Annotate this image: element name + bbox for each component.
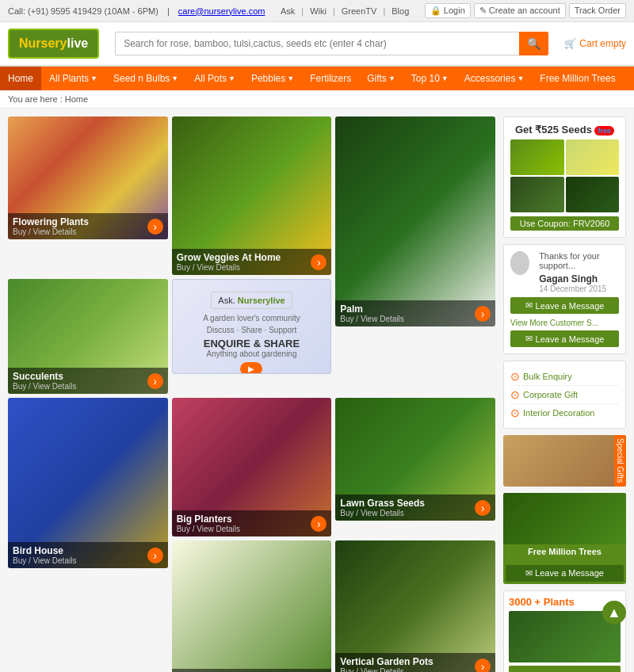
nav-seed-bulbs[interactable]: Seed n Bulbs ▼	[105, 67, 186, 90]
card-lawnglass-btn[interactable]: ›	[475, 500, 491, 516]
search-button[interactable]: 🔍	[519, 32, 548, 55]
nav-all-plants[interactable]: All Plants ▼	[41, 67, 105, 90]
card-vertical[interactable]: Vertical Garden Pots Buy / View Details …	[335, 540, 495, 672]
leave-message-btn[interactable]: ✉ Leave a Message	[510, 297, 619, 314]
enquire-logo: Ask. Nurserylive	[211, 292, 292, 309]
top-links: Ask | Wiki | GreenTV | Blog	[281, 6, 409, 16]
special-gifts-img	[503, 435, 626, 487]
view-more-customers[interactable]: View More Customer S...	[510, 319, 619, 327]
promo-title: Get ₹525 Seeds free	[510, 124, 619, 136]
card-sansveria[interactable]: Sansveria Buy / View Details ›	[172, 540, 332, 672]
sidebar-free-trees[interactable]: Free Million Trees ✉ Leave a Message	[503, 493, 626, 584]
sidebar: Get ₹525 Seeds free Use Coupon: FRV2060 …	[503, 116, 626, 672]
create-account-button[interactable]: ✎ Create an account	[474, 3, 566, 18]
wiki-link[interactable]: Wiki	[310, 6, 327, 16]
product-grid: Flowering Plants Buy / View Details › Gr…	[8, 116, 495, 672]
card-bigplanters-label: Big Planters Buy / View Details	[172, 510, 332, 536]
promo-img-4	[566, 177, 620, 212]
bulk-enquiry-link[interactable]: ⊙ Bulk Enquiry	[510, 368, 619, 386]
email-link[interactable]: care@nurserylive.com	[178, 6, 265, 16]
coupon-label: Use Coupon: FRV2060	[520, 219, 610, 228]
card-lawnglass-label: Lawn Grass Seeds Buy / View Details	[335, 494, 495, 521]
breadcrumb-prefix: You are here :	[8, 94, 65, 104]
sidebar-links: ⊙ Bulk Enquiry ⊙ Corporate Gift ⊙ Interi…	[503, 361, 626, 429]
card-palm-title: Palm	[340, 304, 491, 315]
top-bar-buttons: 🔒 Login ✎ Create an account Track Order	[425, 3, 626, 18]
blog-link[interactable]: Blog	[391, 6, 409, 16]
top-bar: Call: (+91) 9595 419429 (10AM - 6PM) | c…	[0, 0, 634, 22]
buy-details-btn[interactable]: BUY / DETAILS ▶	[509, 666, 621, 672]
cart-label: Cart empty	[579, 38, 626, 49]
nav-free-million-trees[interactable]: Free Million Trees	[532, 67, 623, 90]
interior-decoration-link[interactable]: ⊙ Interior Decoration	[510, 404, 619, 422]
card-sansveria-label: Sansveria Buy / View Details	[172, 669, 332, 672]
nav-home[interactable]: Home	[0, 67, 41, 90]
free-trees-img	[503, 493, 626, 544]
card-enquire[interactable]: Ask. Nurserylive A garden lover's commun…	[172, 279, 332, 374]
leave-message-btn-2[interactable]: ✉ Leave a Message	[510, 330, 619, 347]
card-birdhouse-subtitle: Buy / View Details	[13, 556, 163, 565]
logo[interactable]: Nurserylive	[8, 29, 99, 59]
card-vertical-label: Vertical Garden Pots Buy / View Details	[335, 653, 495, 672]
card-birdhouse-btn[interactable]: ›	[147, 548, 163, 563]
nav-fertilizers[interactable]: Fertilizers	[302, 67, 359, 90]
free-trees-label: Free Million Trees	[503, 544, 626, 559]
card-succulents[interactable]: Succulents Buy / View Details ›	[8, 279, 168, 394]
header: Nurserylive 🔍 🛒 Cart empty	[0, 22, 634, 67]
ask-link[interactable]: Ask	[281, 6, 295, 16]
card-vertical-btn[interactable]: ›	[475, 659, 491, 672]
enquire-heading: ENQUIRE & SHARE	[181, 338, 323, 349]
top-bar-contact: Call: (+91) 9595 419429 (10AM - 6PM) | c…	[8, 6, 265, 16]
card-lawnglass[interactable]: Lawn Grass Seeds Buy / View Details ›	[335, 398, 495, 521]
free-trees-message-btn[interactable]: ✉ Leave a Message	[506, 565, 624, 582]
review-name: Gagan Singh	[539, 273, 619, 284]
track-order-button[interactable]: Track Order	[569, 3, 626, 18]
search-bar: 🔍	[115, 32, 548, 55]
promo-img-3	[510, 177, 564, 212]
card-veggies[interactable]: Grow Veggies At Home Buy / View Details …	[172, 116, 332, 275]
promo-badge: free	[594, 126, 614, 136]
nav-top10[interactable]: Top 10 ▼	[403, 67, 456, 90]
greentv-link[interactable]: GreenTV	[342, 6, 377, 16]
card-veggies-title: Grow Veggies At Home	[177, 252, 327, 263]
review-text: Thanks for your support...	[539, 251, 619, 270]
card-flowering[interactable]: Flowering Plants Buy / View Details ›	[8, 116, 168, 239]
enquire-subheading: Anything about gardening	[181, 349, 323, 358]
review-date: 14 December 2015	[539, 284, 619, 293]
enquire-cta-btn[interactable]: ▶	[240, 362, 262, 374]
card-palm-subtitle: Buy / View Details	[340, 315, 491, 323]
nav-gifts[interactable]: Gifts ▼	[359, 67, 403, 90]
card-succulents-btn[interactable]: ›	[147, 373, 163, 389]
main-nav: Home All Plants ▼ Seed n Bulbs ▼ All Pot…	[0, 67, 634, 90]
nav-all-pots[interactable]: All Pots ▼	[186, 67, 243, 90]
card-bigplanters-subtitle: Buy / View Details	[177, 525, 327, 533]
card-bigplanters[interactable]: Big Planters Buy / View Details ›	[172, 398, 332, 536]
nav-accessories[interactable]: Accessories ▼	[456, 67, 533, 90]
sidebar-special-gifts[interactable]: Special Gifts	[503, 435, 626, 487]
search-input[interactable]	[115, 32, 519, 55]
login-button[interactable]: 🔒 Login	[425, 3, 471, 18]
card-birdhouse-label: Bird House Buy / View Details	[8, 542, 168, 568]
card-flowering-title: Flowering Plants	[13, 216, 163, 227]
card-birdhouse[interactable]: Bird House Buy / View Details ›	[8, 398, 168, 568]
promo-img-1	[510, 139, 564, 175]
card-veggies-label: Grow Veggies At Home Buy / View Details	[172, 249, 332, 275]
card-palm[interactable]: Palm Buy / View Details ›	[335, 116, 495, 326]
cart-area[interactable]: 🛒 Cart empty	[564, 38, 626, 49]
card-flowering-label: Flowering Plants Buy / View Details	[8, 213, 168, 239]
nav-pebbles[interactable]: Pebbles ▼	[243, 67, 302, 90]
phone-text: Call: (+91) 9595 419429 (10AM - 6PM)	[8, 6, 158, 16]
card-flowering-subtitle: Buy / View Details	[13, 227, 163, 236]
enquire-inner: Ask. Nurserylive A garden lover's commun…	[173, 280, 331, 374]
promo-img-2	[566, 139, 620, 175]
scroll-up-btn[interactable]: ▲	[602, 601, 626, 624]
card-palm-btn[interactable]: ›	[475, 306, 491, 322]
review-avatar	[510, 251, 529, 275]
card-succulents-subtitle: Buy / View Details	[13, 382, 163, 391]
corporate-gift-link[interactable]: ⊙ Corporate Gift	[510, 386, 619, 404]
card-flowering-btn[interactable]: ›	[147, 219, 163, 235]
coupon-box: Use Coupon: FRV2060	[510, 216, 619, 231]
enquire-tagline: A garden lover's community	[181, 314, 323, 323]
card-lawnglass-subtitle: Buy / View Details	[340, 509, 491, 517]
breadcrumb-home[interactable]: Home	[65, 94, 88, 104]
